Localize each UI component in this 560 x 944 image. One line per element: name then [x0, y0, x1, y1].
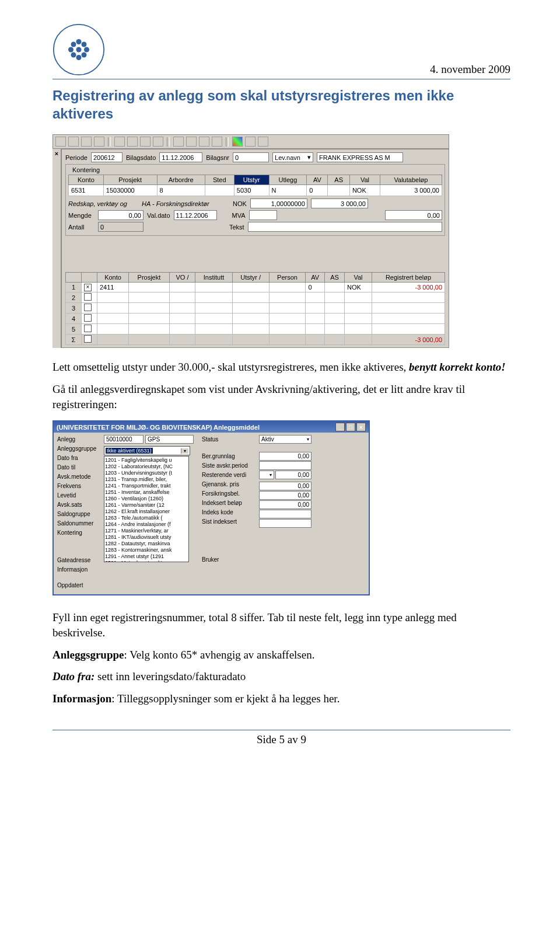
print-icon[interactable]: [199, 137, 209, 147]
tekst-input[interactable]: [248, 222, 442, 232]
col-belop[interactable]: Valutabeløp: [380, 175, 442, 185]
row-check[interactable]: [84, 304, 92, 311]
col2-vo[interactable]: VO /: [169, 273, 195, 283]
row-check[interactable]: [84, 325, 92, 332]
close-panel-button[interactable]: ×: [52, 149, 61, 348]
toolbar-icon[interactable]: [127, 137, 138, 147]
bilagsnr-input[interactable]: 0: [233, 152, 269, 162]
anlegg-input[interactable]: 50010000: [104, 435, 144, 444]
cell-arbordre[interactable]: 8: [157, 185, 205, 196]
lbl-anleggsgruppe: Anleggsgruppe: [57, 444, 99, 453]
levnavn-input[interactable]: FRANK EXPRESS AS M: [317, 152, 403, 162]
toolbar-icon[interactable]: [114, 137, 125, 147]
toolbar-icon[interactable]: [140, 137, 150, 147]
gjenansk-input[interactable]: 0,00: [259, 482, 312, 490]
col2-utstyr[interactable]: Utstyr /: [232, 273, 269, 283]
indeksert-input[interactable]: 0,00: [259, 500, 312, 509]
maximize-button[interactable]: □: [346, 423, 355, 431]
svg-point-3: [76, 55, 82, 60]
lbl-informasjon: Informasjon: [57, 565, 99, 574]
screenshot-registering-window: × Periode 200612 Bilagsdato 11.12.2006 B…: [52, 134, 510, 348]
svg-point-9: [82, 53, 87, 58]
nav-prev-icon[interactable]: [68, 137, 79, 147]
cell-utstyr[interactable]: 5030: [234, 185, 269, 196]
dialog-title: (UNIVERSITETET FOR MILJØ- OG BIOVITENSKA…: [57, 424, 260, 431]
col2-belop[interactable]: Registrert beløp: [372, 273, 445, 283]
col-utstyr[interactable]: Utstyr: [234, 175, 269, 185]
rate-input[interactable]: 1,00000000: [250, 198, 307, 208]
lbl-saldogruppe: Saldogruppe: [57, 510, 99, 518]
col2-person[interactable]: Person: [269, 273, 306, 283]
toolbar-icon[interactable]: [245, 137, 256, 147]
cell-sted[interactable]: [205, 185, 234, 196]
lbl-kontering: Kontering: [57, 528, 99, 537]
bergrunnlag-input[interactable]: 0,00: [259, 452, 312, 461]
row-check[interactable]: [84, 314, 92, 322]
cell-utlegg[interactable]: N: [269, 185, 307, 196]
resterende-input[interactable]: 0,00: [275, 471, 312, 479]
col2-av[interactable]: AV: [306, 273, 325, 283]
anlegg-desc-input[interactable]: GPS: [145, 435, 194, 444]
row-check[interactable]: [84, 335, 92, 343]
col-utlegg[interactable]: Utlegg: [269, 175, 307, 185]
color-palette-icon[interactable]: [232, 137, 243, 147]
print-icon[interactable]: [186, 137, 197, 147]
toolbar-icon[interactable]: [173, 137, 184, 147]
indekskode-input[interactable]: [259, 510, 312, 518]
svg-point-8: [71, 53, 76, 58]
col2-konto[interactable]: Konto: [97, 273, 129, 283]
resterende-sel[interactable]: ▾: [259, 471, 274, 479]
col-arbordre[interactable]: Arbordre: [157, 175, 205, 185]
col-sted[interactable]: Sted: [205, 175, 234, 185]
col-prosjekt[interactable]: Prosjekt: [103, 175, 157, 185]
periode-input[interactable]: 200612: [91, 152, 123, 162]
cell-as[interactable]: [328, 185, 350, 196]
cell-av[interactable]: 0: [307, 185, 328, 196]
print-icon[interactable]: [212, 137, 222, 147]
mva-input[interactable]: [249, 210, 277, 220]
status-select[interactable]: Aktiv▾: [259, 435, 312, 444]
sum-belop: -3 000,00: [372, 335, 445, 345]
col-as[interactable]: AS: [328, 175, 350, 185]
levnavn-select[interactable]: Lev.navn▾: [272, 152, 313, 162]
anleggsgruppe-select[interactable]: Ikke aktivert (6531)▾: [104, 446, 190, 455]
lbl-oppdatert: Oppdatert: [57, 581, 99, 590]
cell-prosjekt[interactable]: 15030000: [103, 185, 157, 196]
mva-val-input[interactable]: 0,00: [385, 210, 442, 220]
col2-as[interactable]: AS: [325, 273, 345, 283]
paragraph-6: Informasjon: Tilleggsopplysninger som er…: [52, 691, 510, 706]
mengde-input[interactable]: 0,00: [98, 210, 144, 220]
col2-prosjekt[interactable]: Prosjekt: [129, 273, 170, 283]
toolbar-icon[interactable]: [258, 137, 268, 147]
toolbar-icon[interactable]: [153, 137, 163, 147]
col-val[interactable]: Val: [349, 175, 380, 185]
col-av[interactable]: AV: [307, 175, 328, 185]
minimize-button[interactable]: _: [335, 423, 345, 431]
cell2-konto[interactable]: 2411: [97, 283, 129, 292]
row-check[interactable]: ×: [84, 284, 92, 291]
sistindeks-input[interactable]: [259, 519, 312, 528]
forsikring-input[interactable]: 0,00: [259, 491, 312, 500]
amount-input[interactable]: 3 000,00: [311, 198, 368, 208]
paragraph-3: Fyll inn eget registreringsnummer, total…: [52, 610, 510, 640]
close-button[interactable]: ×: [356, 423, 366, 431]
valdato-input[interactable]: 11.12.2006: [174, 210, 217, 220]
svg-point-6: [71, 42, 76, 47]
nav-first-icon[interactable]: [55, 137, 66, 147]
svg-point-4: [68, 47, 74, 53]
col2-inst[interactable]: Institutt: [195, 273, 233, 283]
cell-belop[interactable]: 3 000,00: [380, 185, 442, 196]
cell-konto[interactable]: 6531: [69, 185, 104, 196]
nav-last-icon[interactable]: [94, 137, 104, 147]
periode-label: Periode: [65, 154, 88, 161]
nav-next-icon[interactable]: [81, 137, 92, 147]
cell-val[interactable]: NOK: [349, 185, 380, 196]
lbl-levetid: Levetid: [57, 491, 99, 500]
row-check[interactable]: [84, 293, 92, 301]
col2-val[interactable]: Val: [345, 273, 372, 283]
anleggsgruppe-options[interactable]: 1201 - Faglig/vitenskapelig u1202 - Labo…: [104, 456, 189, 562]
bilagsdato-input[interactable]: 11.12.2006: [159, 152, 202, 162]
col-konto[interactable]: Konto: [69, 175, 104, 185]
sisteavskr-input[interactable]: [259, 461, 312, 470]
tekst-label: Tekst: [229, 224, 244, 231]
